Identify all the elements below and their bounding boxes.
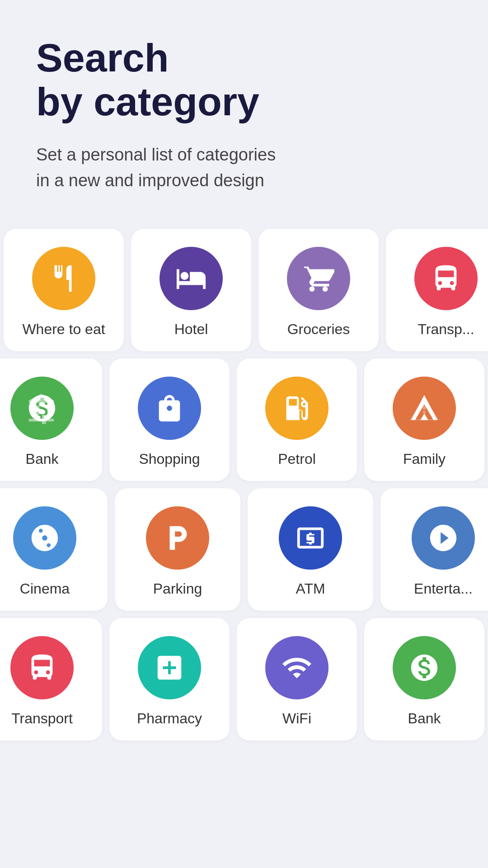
wifi-icon <box>281 652 313 684</box>
category-petrol[interactable]: Petrol <box>237 359 357 481</box>
parking-label: Parking <box>153 580 202 597</box>
shopping-icon-circle <box>138 377 201 440</box>
fork-knife-icon <box>48 263 80 294</box>
cinema-label: Cinema <box>20 580 70 597</box>
category-wifi[interactable]: WiFi <box>237 618 357 741</box>
category-atm[interactable]: ATM <box>248 488 373 611</box>
transport-label: Transp... <box>418 321 474 338</box>
category-family[interactable]: Family <box>364 359 484 481</box>
pharmacy-icon-circle <box>138 636 201 699</box>
bank-icon <box>26 392 58 424</box>
wifi-icon-circle <box>265 636 328 699</box>
page-title: Search by category <box>36 36 452 124</box>
category-hotel[interactable]: Hotel <box>131 229 251 351</box>
entertainment-icon-circle <box>412 506 475 570</box>
hotel-icon-circle <box>160 247 223 310</box>
parking-icon <box>162 522 193 554</box>
category-row-2: Bank Shopping Petrol <box>0 355 488 485</box>
bank-icon-circle <box>10 377 74 440</box>
petrol-icon-circle <box>265 377 328 440</box>
tent-icon <box>408 392 440 424</box>
bank-label: Bank <box>26 451 59 467</box>
where-to-eat-label: Where to eat <box>22 321 105 338</box>
wifi-label: WiFi <box>282 710 311 727</box>
category-bank2[interactable]: Bank <box>364 618 484 741</box>
categories-grid: Where to eat Hotel Groceries <box>0 221 488 749</box>
atm-icon-circle <box>279 506 342 570</box>
transport2-label: Transport <box>11 710 73 727</box>
category-parking[interactable]: Parking <box>115 488 240 611</box>
entertainment-label: Enterta... <box>414 580 473 597</box>
category-shopping[interactable]: Shopping <box>109 359 230 481</box>
pharmacy-label: Pharmacy <box>137 710 202 727</box>
bus-icon <box>430 263 462 294</box>
bag-icon <box>154 392 185 424</box>
shopping-label: Shopping <box>139 451 200 467</box>
category-where-to-eat[interactable]: Where to eat <box>4 229 124 351</box>
category-row-1: Where to eat Hotel Groceries <box>0 225 488 355</box>
bank2-icon-circle <box>393 636 456 699</box>
cinema-icon-circle <box>13 506 76 570</box>
category-bank[interactable]: Bank <box>0 359 102 481</box>
bus2-icon <box>26 652 58 684</box>
family-icon-circle <box>393 377 456 440</box>
family-label: Family <box>403 451 446 467</box>
groceries-label: Groceries <box>287 321 350 338</box>
cart-icon <box>303 263 334 294</box>
category-cinema[interactable]: Cinema <box>0 488 108 611</box>
bank2-icon <box>408 652 440 684</box>
film-icon <box>29 522 61 554</box>
petrol-label: Petrol <box>278 451 316 467</box>
petrol-icon <box>281 392 313 424</box>
category-row-4: Transport Pharmacy WiFi <box>0 614 488 744</box>
cross-icon <box>154 652 185 684</box>
atm-label: ATM <box>296 580 325 597</box>
page-subtitle: Set a personal list of categoriesin a ne… <box>36 142 452 193</box>
transport-icon-circle <box>414 247 478 310</box>
parking-icon-circle <box>146 506 209 570</box>
groceries-icon-circle <box>287 247 350 310</box>
category-groceries[interactable]: Groceries <box>258 229 379 351</box>
atm-icon <box>295 522 326 554</box>
category-transport2[interactable]: Transport <box>0 618 102 741</box>
category-entertainment[interactable]: Enterta... <box>380 488 488 611</box>
entertainment-icon <box>427 522 459 554</box>
category-pharmacy[interactable]: Pharmacy <box>109 618 230 741</box>
category-transport-partial[interactable]: Transp... <box>386 229 488 351</box>
where-to-eat-icon-circle <box>32 247 95 310</box>
bank2-label: Bank <box>408 710 441 727</box>
category-row-3: Cinema Parking ATM <box>0 485 488 614</box>
header: Search by category Set a personal list o… <box>0 0 488 221</box>
bed-icon <box>175 263 207 294</box>
transport2-icon-circle <box>10 636 74 699</box>
hotel-label: Hotel <box>174 321 208 338</box>
